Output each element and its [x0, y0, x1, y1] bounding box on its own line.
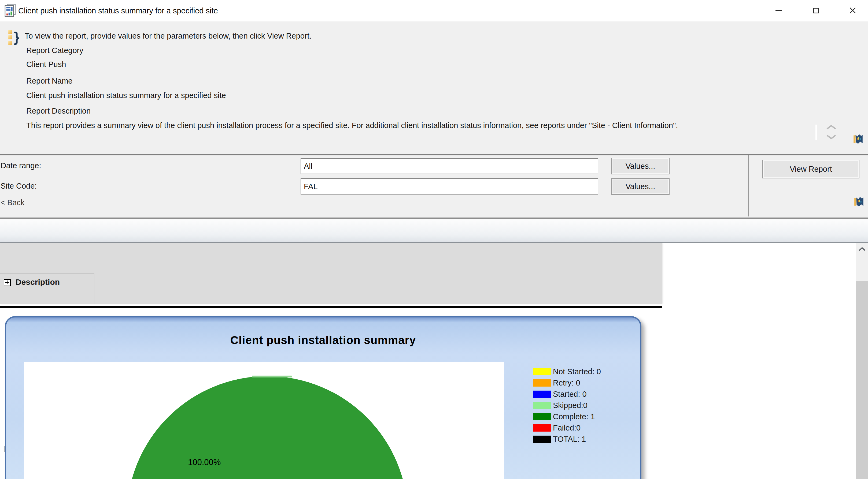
description-toggle-label[interactable]: Description	[16, 278, 60, 287]
legend-label: Skipped:0	[553, 401, 588, 410]
legend-label: Complete: 1	[553, 412, 595, 421]
pie-percent-label: 100.00%	[188, 457, 221, 467]
vertical-scrollbar[interactable]	[856, 243, 868, 479]
mini-report-icon	[854, 133, 863, 146]
legend-label: Failed:0	[553, 423, 581, 433]
legend-swatch	[533, 424, 551, 432]
report-description-value: This report provides a summary view of t…	[26, 121, 678, 130]
chevron-down-icon	[826, 134, 837, 140]
parameter-header-panel: } To view the report, provide values for…	[0, 22, 868, 156]
report-category-label: Report Category	[26, 46, 83, 55]
minimize-button[interactable]	[766, 0, 791, 21]
app-window: Client push installation status summary …	[0, 0, 868, 479]
legend-label: Not Started: 0	[553, 367, 601, 376]
maximize-button[interactable]	[803, 0, 828, 21]
legend-swatch	[533, 368, 551, 375]
scroll-up-button[interactable]	[856, 244, 868, 254]
site-code-values-button[interactable]: Values...	[611, 178, 670, 195]
maximize-icon	[813, 8, 819, 13]
chart-title: Client push installation summary	[5, 334, 642, 347]
date-range-input[interactable]	[301, 158, 598, 174]
close-icon	[849, 7, 856, 14]
legend-swatch	[533, 402, 551, 409]
report-app-icon	[4, 4, 17, 18]
report-name-label: Report Name	[26, 77, 72, 85]
mini-report-icon	[854, 196, 864, 208]
instruction-text: To view the report, provide values for t…	[25, 32, 312, 40]
expand-plus-icon[interactable]	[4, 279, 11, 286]
legend-label: Retry: 0	[553, 379, 580, 387]
header-divider	[815, 125, 817, 140]
legend-swatch	[533, 436, 551, 443]
report-name-value: Client push installation status summary …	[26, 91, 226, 100]
report-toolbar: of 1	[0, 218, 868, 243]
date-range-values-button[interactable]: Values...	[611, 158, 670, 174]
legend-swatch	[533, 390, 551, 398]
report-page-header: Client push installation status summary …	[0, 243, 662, 304]
report-divider-line	[0, 306, 662, 308]
report-category-value: Client Push	[26, 60, 66, 69]
chevron-up-icon	[826, 124, 837, 130]
site-code-label: Site Code:	[1, 182, 37, 191]
back-link[interactable]: < Back	[1, 198, 24, 207]
report-description-label: Report Description	[26, 107, 91, 115]
legend-swatch	[533, 413, 551, 420]
parameters-icon: }	[8, 30, 19, 46]
pie-zero-slices-marker	[252, 376, 292, 377]
parameter-input-panel: Date range: Values... Site Code: Values.…	[0, 156, 868, 218]
pie-slice-complete	[127, 376, 408, 479]
collapse-down-button[interactable]	[825, 133, 837, 140]
collapse-up-button[interactable]	[825, 124, 837, 131]
view-report-button[interactable]: View Report	[762, 160, 860, 178]
legend-label: TOTAL: 1	[553, 435, 586, 444]
legend-swatch	[533, 379, 551, 386]
pie-chart-area: 100.00%	[24, 362, 504, 479]
close-button[interactable]	[840, 0, 865, 21]
window-title: Client push installation status summary …	[18, 6, 218, 15]
legend-label: Started: 0	[553, 390, 587, 399]
site-code-input[interactable]	[301, 178, 598, 195]
minimize-icon	[775, 10, 782, 11]
date-range-label: Date range:	[1, 161, 41, 170]
panel-divider	[748, 156, 749, 216]
scrollbar-thumb[interactable]	[856, 281, 868, 479]
scroll-up-icon	[858, 247, 866, 251]
title-bar: Client push installation status summary …	[0, 0, 868, 22]
